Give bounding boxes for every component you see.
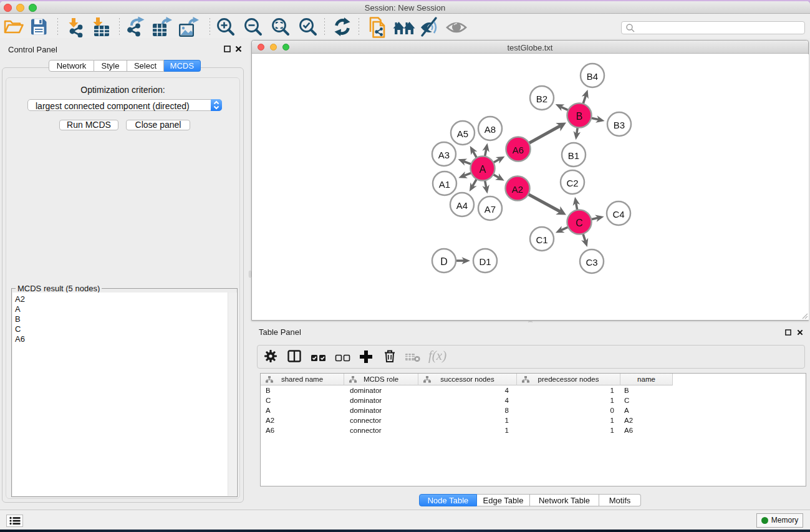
svg-text:A8: A8: [485, 124, 496, 135]
svg-text:A3: A3: [438, 150, 450, 160]
svg-text:B2: B2: [536, 94, 547, 104]
svg-text:C4: C4: [612, 209, 624, 220]
svg-text:A2: A2: [512, 184, 523, 195]
svg-text:B3: B3: [614, 120, 625, 130]
svg-text:C3: C3: [586, 257, 597, 268]
svg-text:A1: A1: [439, 179, 450, 190]
svg-text:B1: B1: [568, 150, 579, 161]
svg-text:C2: C2: [566, 178, 578, 188]
svg-text:B4: B4: [587, 71, 598, 82]
svg-text:C1: C1: [536, 235, 547, 245]
svg-text:C: C: [576, 218, 583, 228]
svg-text:D: D: [440, 256, 448, 267]
svg-text:B: B: [576, 111, 583, 122]
svg-text:A6: A6: [513, 145, 524, 155]
svg-text:A5: A5: [457, 128, 468, 139]
svg-text:A7: A7: [485, 204, 496, 215]
svg-text:A4: A4: [456, 200, 468, 211]
svg-text:D1: D1: [479, 256, 491, 267]
svg-text:A: A: [480, 164, 486, 175]
